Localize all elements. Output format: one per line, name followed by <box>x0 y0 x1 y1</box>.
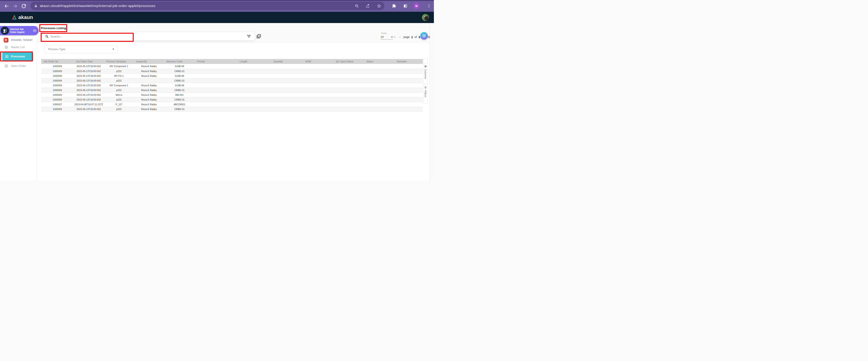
table-cell: 2023-05-13T18:00:00Z <box>73 78 104 83</box>
side-tabs-spacer <box>423 59 428 63</box>
table-cell <box>334 73 364 78</box>
table-cell <box>271 107 303 111</box>
previous-page-button[interactable] <box>398 35 402 39</box>
table-row[interactable]: 10000092023-05-13T18:00:00Zp222Reza-E Ra… <box>41 97 423 102</box>
table-cell: Reza-E Rabby <box>134 92 164 97</box>
browser-back-button[interactable] <box>3 3 10 9</box>
processes-table: Job Order NoJob Order DateProcess Templa… <box>41 59 423 111</box>
table-cell: 1000009 <box>41 64 73 69</box>
table-row[interactable]: 10000092023-05-13T18:00:00ZMY Component … <box>41 83 423 88</box>
table-cell <box>271 83 303 88</box>
table-cell: p222 <box>104 69 134 73</box>
browser-forward-button[interactable] <box>12 3 19 9</box>
process-type-select[interactable]: Process Type <box>44 45 118 53</box>
table-header-row: Job Order NoJob Order DateProcess Templa… <box>41 59 423 64</box>
table-cell: 2023-05-13T18:00:00Z <box>73 64 104 69</box>
table-cell <box>195 78 238 83</box>
table-cell <box>364 83 395 88</box>
tenant-name: STAGING_TENANT <box>11 39 33 41</box>
table-cell: S19B-99 <box>164 64 195 69</box>
columns-tab[interactable]: Columns <box>423 63 428 84</box>
table-cell <box>395 69 423 73</box>
browser-menu-icon[interactable] <box>427 4 431 8</box>
table-cell <box>195 102 238 107</box>
table-cell: 1000009 <box>41 69 73 73</box>
saved-filters-icon[interactable]: 2 <box>256 34 261 39</box>
table-cell <box>395 83 423 88</box>
scrollbar-track[interactable] <box>430 23 430 180</box>
first-page-button[interactable] <box>393 35 397 39</box>
table-row[interactable]: 10000092023-05-13T18:00:00Zp222CRBD-31 <box>41 78 423 83</box>
table-cell: Reza-E Rabby <box>134 73 164 78</box>
table-cell <box>238 78 271 83</box>
table-cell <box>334 64 364 69</box>
browser-reload-button[interactable] <box>20 3 27 9</box>
table-cell <box>195 64 238 69</box>
lock-icon <box>34 4 37 8</box>
bookmark-star-icon[interactable] <box>377 4 381 8</box>
table-cell: Reza-E Rabby <box>134 88 164 92</box>
applet-header[interactable]: Internal Job Order Applet <box>0 26 39 35</box>
rows-per-page-value: 10 <box>380 35 384 39</box>
search-input[interactable] <box>51 35 247 38</box>
user-avatar[interactable] <box>422 14 429 21</box>
columns-lines-icon <box>424 65 427 68</box>
brand-logo[interactable]: akaun <box>12 15 33 20</box>
table-cell: Reza-E Rabby <box>134 107 164 111</box>
sidebar-item-processes[interactable]: Processes <box>2 53 32 61</box>
table-cell: 1000009 <box>41 83 73 88</box>
table-row[interactable]: 10000092023-05-13T18:00:00ZMY Component … <box>41 64 423 69</box>
table-row[interactable]: 10000092023-05-13T18:00:00Zp222Reza-E Ra… <box>41 107 423 111</box>
list-icon <box>4 45 8 49</box>
table-cell <box>303 107 334 111</box>
table-cell <box>334 102 364 107</box>
filters-tab[interactable]: Filters <box>423 85 428 104</box>
extensions-puzzle-icon[interactable] <box>392 4 396 8</box>
list-icon <box>4 64 8 68</box>
table-cell <box>195 69 238 73</box>
table-cell <box>364 69 395 73</box>
sidebar-item-label: Processes <box>11 55 25 58</box>
sidebar-item-sales-order[interactable]: Sales Order <box>4 64 26 68</box>
table-cell: Reza-E Rabby <box>134 102 164 107</box>
table-cell <box>271 102 303 107</box>
table-cell: S19B-99 <box>164 83 195 88</box>
search-bar <box>41 32 255 41</box>
table-cell <box>303 92 334 97</box>
table-cell: S19B-99 <box>164 73 195 78</box>
sidebar-collapse-icon[interactable] <box>33 29 37 33</box>
table-cell <box>334 107 364 111</box>
column-header: Process Template <box>104 59 134 64</box>
table-cell <box>195 73 238 78</box>
table-row[interactable]: 10000092023-05-13T18:00:00Zp222Reza-E Ra… <box>41 88 423 92</box>
address-bar-actions <box>355 2 381 10</box>
table-cell: MY FG 1 <box>104 73 134 78</box>
table-cell <box>364 97 395 102</box>
table-cell <box>238 102 271 107</box>
browser-address-bar[interactable]: akaun.cloud/#/applet/tnt/wavelet/mrp/int… <box>31 2 384 10</box>
url-text: akaun.cloud/#/applet/tnt/wavelet/mrp/int… <box>40 4 156 8</box>
rows-per-page-select[interactable]: 10 <box>380 35 393 39</box>
table-row[interactable]: 10000072023-04-08T16:07:11.227ZP_127Reza… <box>41 102 423 107</box>
grid-view-button[interactable] <box>420 32 428 39</box>
table-row[interactable]: 10000092023-05-13T18:00:00ZMY FG 1Reza-E… <box>41 73 423 78</box>
column-header: UOM <box>303 59 334 64</box>
sidebar-item-tenant[interactable]: STAGING_TENANT <box>4 38 33 42</box>
column-header: Issued By <box>134 59 164 64</box>
table-cell: 1000009 <box>41 73 73 78</box>
zoom-out-icon[interactable] <box>355 4 359 8</box>
process-type-label: Process Type <box>48 48 65 51</box>
browser-profile-avatar[interactable]: N <box>413 3 420 9</box>
chevron-down-icon <box>112 48 115 51</box>
applet-avatar <box>1 26 9 35</box>
sidebar-item-master-list[interactable]: Master List <box>4 45 25 49</box>
table-cell <box>271 69 303 73</box>
table-row[interactable]: 10000092023-05-13T18:00:00ZWercsReza-E R… <box>41 92 423 97</box>
side-panel-icon[interactable] <box>403 4 407 8</box>
share-icon[interactable] <box>366 4 370 8</box>
filter-lines-icon[interactable] <box>247 35 251 38</box>
table-cell: 1000009 <box>41 88 73 92</box>
table-row[interactable]: 10000092023-05-13T18:00:00Zp222Reza-E Ra… <box>41 69 423 73</box>
akaun-triangle-icon <box>12 15 17 20</box>
table-cell <box>395 88 423 92</box>
